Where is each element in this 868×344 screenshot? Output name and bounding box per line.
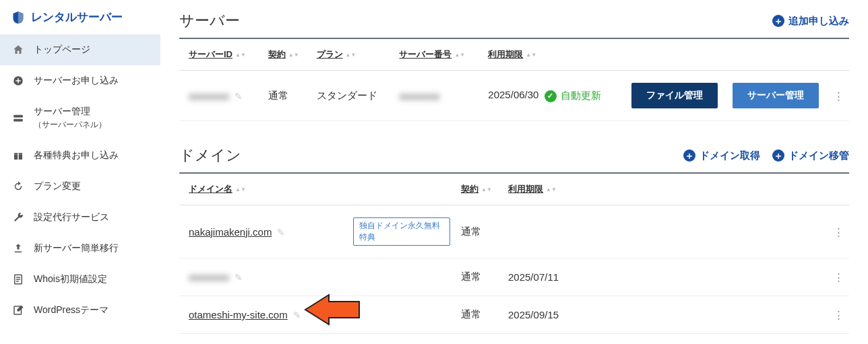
sort-icon: ▲▼ [481,188,492,191]
sidebar-item-label: プラン変更 [34,180,81,193]
pencil-icon[interactable]: ✎ [235,272,243,283]
add-server-button[interactable]: ＋ 追加申し込み [772,15,849,28]
col-domain-expiry[interactable]: 利用期限▲▼ [503,173,828,205]
sort-icon: ▲▼ [235,188,246,191]
sidebar-item-1[interactable]: サーバーお申し込み [0,65,160,96]
plus-icon: ＋ [772,15,784,27]
col-server-number[interactable]: サーバー番号▲▼ [394,38,483,71]
sort-icon: ▲▼ [288,53,299,57]
col-server-id[interactable]: サーバーID▲▼ [179,38,263,71]
cell-contract: 通常 [456,259,503,296]
nav-list: トップページ サーバーお申し込み サーバー管理（サーバーパネル） 各種特典お申し… [0,34,160,326]
brand-icon [12,10,24,25]
wrench-icon [12,211,24,223]
domain-row: xxxxxxxx✎ 通常 2025/07/11 ⋮ [179,259,849,296]
sidebar-item-label: 設定代行サービス [34,211,109,223]
col-domain-name[interactable]: ドメイン名▲▼ [179,173,348,205]
plus-icon: ＋ [772,149,784,162]
server-row: xxxxxxxx✎ 通常 スタンダード xxxxxxxx 2025/06/30 … [179,71,849,121]
domain-name-masked: xxxxxxxx [189,271,229,283]
sidebar: レンタルサーバー トップページ サーバーお申し込み サーバー管理（サーバーパネル… [0,0,160,344]
sidebar-item-7[interactable]: Whois初期値設定 [0,264,160,295]
sidebar-item-label: サーバー管理（サーバーパネル） [34,106,106,131]
sort-icon: ▲▼ [526,53,536,57]
sidebar-item-label: サーバーお申し込み [34,75,119,87]
svg-rect-1 [13,114,23,117]
servers-header: サーバー ＋ 追加申し込み [179,11,849,31]
domain-transfer-label: ドメイン移管 [788,149,849,162]
domain-row: otameshi-my-site.com✎ 通常 2025/09/15 ⋮ [179,296,849,334]
cell-plan: スタンダード [311,71,394,121]
upload-icon [12,242,24,254]
cell-expiry: 2025/06/30 ✓自動更新 [483,71,626,121]
domains-table: ドメイン名▲▼ 契約▲▼ 利用期限▲▼ nakajimakenji.com✎ 独… [179,172,849,334]
add-server-label: 追加申し込み [788,15,849,28]
svg-rect-5 [18,153,19,160]
kebab-menu[interactable]: ⋮ [828,259,849,296]
domain-name-link[interactable]: otameshi-my-site.com [189,309,288,320]
cell-contract: 通常 [263,71,311,121]
sidebar-item-2[interactable]: サーバー管理（サーバーパネル） [0,96,160,140]
cell-expiry: 2025/09/15 [503,296,828,334]
pencil-icon[interactable]: ✎ [235,91,243,102]
note-icon [12,273,24,285]
plus-icon: ＋ [683,149,695,162]
sort-icon: ▲▼ [346,53,356,57]
sort-icon: ▲▼ [454,53,465,57]
brand: レンタルサーバー [0,0,160,34]
domains-header: ドメイン ＋ ドメイン取得 ＋ ドメイン移管 [179,145,849,166]
sidebar-item-label: 新サーバー簡単移行 [34,242,119,254]
sort-icon: ▲▼ [235,53,246,57]
col-domain-contract[interactable]: 契約▲▼ [456,173,503,205]
cell-contract: 通常 [456,296,503,334]
sidebar-item-6[interactable]: 新サーバー簡単移行 [0,233,160,264]
domain-get-label: ドメイン取得 [700,149,760,162]
server-number-masked: xxxxxxxx [399,90,439,102]
col-contract[interactable]: 契約▲▼ [263,38,311,71]
sidebar-item-label: 各種特典お申し込み [34,149,119,162]
server-manage-button[interactable]: サーバー管理 [733,83,819,108]
server-icon [12,112,24,125]
refresh-icon [12,180,24,193]
kebab-menu[interactable]: ⋮ [828,296,849,334]
cell-expiry: 2025/07/11 [503,259,828,296]
server-id-masked: xxxxxxxx [189,90,229,102]
home-icon [12,44,24,56]
servers-table: サーバーID▲▼ 契約▲▼ プラン▲▼ サーバー番号▲▼ 利用期限▲▼ xxxx… [179,38,849,121]
pencil-icon[interactable]: ✎ [277,227,285,238]
plus-circle-icon [12,75,24,87]
sidebar-item-label: トップページ [34,44,90,56]
edit-icon [12,304,24,316]
servers-title: サーバー [179,11,240,31]
svg-rect-2 [13,118,23,121]
domain-name-link[interactable]: nakajimakenji.com [189,226,272,238]
sidebar-item-label: WordPressテーマ [34,304,108,316]
col-expiry[interactable]: 利用期限▲▼ [483,38,626,71]
domain-row: nakajimakenji.com✎ 独自ドメイン永久無料特典 通常 ⋮ [179,205,849,259]
file-manage-button[interactable]: ファイル管理 [631,83,718,108]
sidebar-item-3[interactable]: 各種特典お申し込み [0,140,160,171]
gift-icon [12,149,24,162]
domain-transfer-button[interactable]: ＋ ドメイン移管 [772,149,849,162]
sidebar-item-5[interactable]: 設定代行サービス [0,202,160,233]
check-icon: ✓ [545,90,557,102]
kebab-menu[interactable]: ⋮ [828,71,849,121]
main-content: サーバー ＋ 追加申し込み サーバーID▲▼ 契約▲▼ プラン▲▼ サーバー番号… [160,0,868,344]
brand-title: レンタルサーバー [31,9,123,25]
domain-get-button[interactable]: ＋ ドメイン取得 [683,149,760,162]
sidebar-item-label: Whois初期値設定 [34,273,107,285]
free-domain-badge: 独自ドメイン永久無料特典 [353,217,450,246]
status-badge: ✓自動更新 [545,90,601,102]
sidebar-item-0[interactable]: トップページ [0,34,160,65]
domains-title: ドメイン [179,145,241,166]
cell-expiry [503,205,828,259]
pencil-icon[interactable]: ✎ [293,310,301,320]
sidebar-item-8[interactable]: WordPressテーマ [0,295,160,326]
kebab-menu[interactable]: ⋮ [828,205,849,259]
sidebar-item-4[interactable]: プラン変更 [0,171,160,202]
col-plan[interactable]: プラン▲▼ [311,38,394,71]
cell-contract: 通常 [456,205,503,259]
sort-icon: ▲▼ [546,188,557,191]
